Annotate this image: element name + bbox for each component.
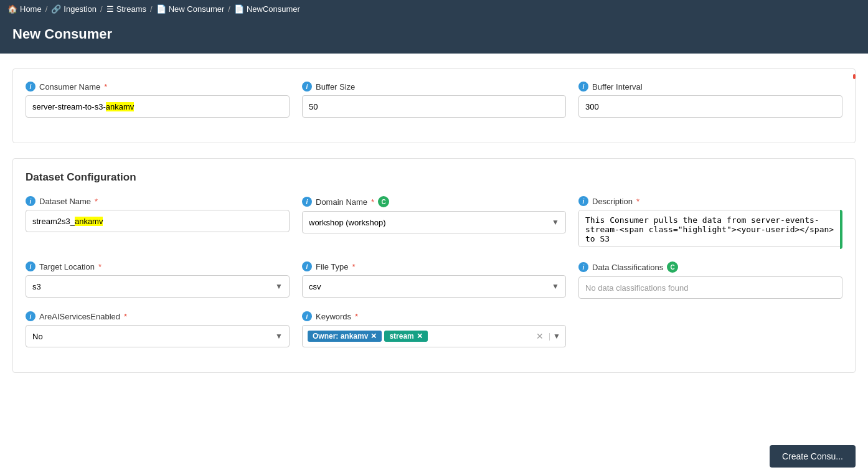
consumer-name-label: i Consumer Name * <box>26 82 290 92</box>
buffer-interval-info-icon: i <box>578 82 588 92</box>
file-type-info-icon: i <box>302 261 312 271</box>
data-classifications-group: i Data Classifications C No data classif… <box>578 261 842 299</box>
page-header: New Consumer <box>0 17 868 54</box>
ingestion-icon: 🔗 <box>51 4 61 14</box>
ai-services-select-wrapper[interactable]: No ▼ <box>26 325 290 347</box>
domain-name-badge: C <box>378 196 389 207</box>
dataset-row-2: i Target Location * s3 ▼ i File Type * c… <box>26 261 842 299</box>
create-consumer-button[interactable]: Create Consu... <box>770 445 856 468</box>
keywords-input-wrapper[interactable]: Owner: ankamv ✕ stream ✕ ✕ | ▼ <box>302 325 566 347</box>
dataset-name-info-icon: i <box>26 196 35 206</box>
empty-group <box>578 311 842 347</box>
domain-name-select-wrapper[interactable]: workshop (workshop) ▼ <box>302 211 566 233</box>
main-content: i Consumer Name * server-stream-to-s3-an… <box>0 54 868 475</box>
target-location-group: i Target Location * s3 ▼ <box>26 261 290 299</box>
buffer-size-info-icon: i <box>302 82 312 92</box>
consumer-name-text: server-stream-to-s3- <box>32 102 106 111</box>
data-classifications-info-icon: i <box>578 262 588 272</box>
description-info-icon: i <box>578 196 588 206</box>
breadcrumb: 🏠 Home / 🔗 Ingestion / ☰ Streams / 📄 New… <box>0 0 868 17</box>
description-wrapper: This Consumer pulls the data from server… <box>578 210 842 249</box>
dataset-name-group: i Dataset Name * stream2s3_ankamv <box>26 196 290 249</box>
file-type-group: i File Type * csv ▼ <box>302 261 566 299</box>
top-form-row: i Consumer Name * server-stream-to-s3-an… <box>26 82 842 118</box>
dataset-row-1: i Dataset Name * stream2s3_ankamv i Doma… <box>26 196 842 249</box>
keywords-separator: | <box>549 332 550 341</box>
keyword-stream-remove[interactable]: ✕ <box>417 332 423 341</box>
dataset-name-display: stream2s3_ankamv <box>26 210 290 232</box>
keywords-clear-icon[interactable]: ✕ <box>534 331 546 341</box>
top-form-section: i Consumer Name * server-stream-to-s3-an… <box>12 68 856 143</box>
keyword-owner-text: Owner: ankamv <box>313 332 368 341</box>
buffer-interval-input[interactable] <box>578 95 842 118</box>
buffer-interval-label: i Buffer Interval <box>578 82 842 92</box>
data-classifications-badge: C <box>667 261 678 273</box>
ai-services-value: No <box>26 327 289 346</box>
keyword-owner-tag: Owner: ankamv ✕ <box>308 331 382 342</box>
dataset-section-title: Dataset Configuration <box>26 171 842 184</box>
document-icon: 📄 <box>156 4 166 14</box>
buffer-interval-group: i Buffer Interval <box>578 82 842 118</box>
red-indicator <box>853 74 856 79</box>
description-group: i Description * This Consumer pulls the … <box>578 196 842 249</box>
streams-nav-item[interactable]: ☰ Streams <box>106 4 146 14</box>
page-title: New Consumer <box>12 26 112 42</box>
dataset-section: Dataset Configuration i Dataset Name * s… <box>12 158 856 373</box>
buffer-size-label: i Buffer Size <box>302 82 566 92</box>
target-location-value: s3 <box>26 277 289 296</box>
consumer-name-highlight: ankamv <box>106 102 134 111</box>
ai-services-label: i AreAIServicesEnabled * <box>26 311 290 321</box>
description-green-indicator <box>840 210 842 249</box>
consumer-name-group: i Consumer Name * server-stream-to-s3-an… <box>26 82 290 118</box>
keywords-info-icon: i <box>302 311 312 321</box>
keyword-stream-tag: stream ✕ <box>384 331 427 342</box>
current-nav-item: 📄 NewConsumer <box>234 4 300 14</box>
keywords-chevron-icon[interactable]: ▼ <box>553 332 560 341</box>
dataset-name-text: stream2s3_ <box>32 217 75 226</box>
document2-icon: 📄 <box>234 4 244 14</box>
domain-name-value: workshop (workshop) <box>303 213 565 232</box>
ingestion-nav-item[interactable]: 🔗 Ingestion <box>51 4 97 14</box>
home-nav-item[interactable]: 🏠 Home <box>7 4 42 14</box>
data-classifications-label: i Data Classifications C <box>578 261 842 273</box>
target-location-info-icon: i <box>26 261 35 271</box>
keyword-owner-remove[interactable]: ✕ <box>370 332 377 341</box>
buffer-size-input[interactable] <box>302 95 566 118</box>
dataset-name-highlight: ankamv <box>75 217 103 226</box>
home-icon: 🏠 <box>7 4 17 14</box>
footer-bar: Create Consu... <box>757 438 868 475</box>
target-location-select-wrapper[interactable]: s3 ▼ <box>26 275 290 298</box>
keywords-label: i Keywords * <box>302 311 566 321</box>
domain-name-group: i Domain Name * C workshop (workshop) ▼ <box>302 196 566 249</box>
description-label: i Description * <box>578 196 842 206</box>
data-classifications-value: No data classifications found <box>585 283 688 293</box>
dataset-name-label: i Dataset Name * <box>26 196 290 206</box>
domain-name-info-icon: i <box>302 197 312 207</box>
target-location-label: i Target Location * <box>26 261 290 271</box>
dataset-row-3: i AreAIServicesEnabled * No ▼ i Keywords… <box>26 311 842 347</box>
new-consumer-nav-item[interactable]: 📄 New Consumer <box>156 4 225 14</box>
streams-icon: ☰ <box>106 4 114 14</box>
consumer-name-display: server-stream-to-s3-ankamv <box>26 95 290 118</box>
file-type-label: i File Type * <box>302 261 566 271</box>
keywords-actions: ✕ | ▼ <box>534 331 560 341</box>
data-classifications-display: No data classifications found <box>578 276 842 299</box>
keyword-stream-text: stream <box>389 332 413 341</box>
file-type-value: csv <box>303 277 565 296</box>
description-input[interactable]: This Consumer pulls the data from server… <box>578 210 842 247</box>
keywords-group: i Keywords * Owner: ankamv ✕ stream ✕ ✕ <box>302 311 566 347</box>
ai-services-group: i AreAIServicesEnabled * No ▼ <box>26 311 290 347</box>
file-type-select-wrapper[interactable]: csv ▼ <box>302 275 566 298</box>
consumer-name-info-icon: i <box>26 82 35 92</box>
ai-services-info-icon: i <box>26 311 35 321</box>
buffer-size-group: i Buffer Size <box>302 82 566 118</box>
domain-name-label: i Domain Name * C <box>302 196 566 207</box>
